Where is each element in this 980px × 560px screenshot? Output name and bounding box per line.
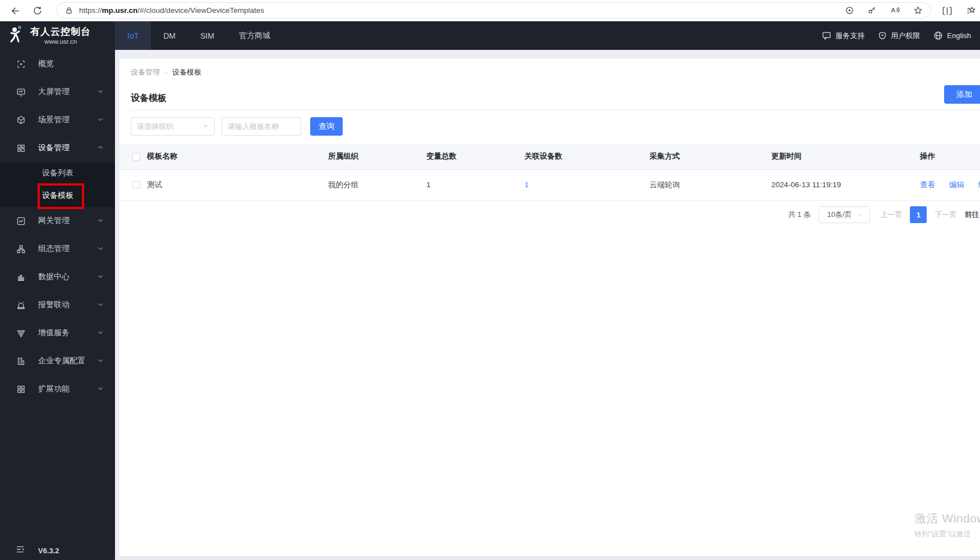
- col-header-variable-count: 变量总数: [426, 144, 524, 169]
- url-text[interactable]: https://mp.usr.cn/#/cloud/device/ViewDev…: [79, 6, 844, 15]
- globe-icon: [933, 31, 943, 40]
- lock-icon: [65, 6, 73, 15]
- add-button[interactable]: 添加: [944, 85, 980, 104]
- cell-linked-devices-link[interactable]: 1: [524, 181, 529, 189]
- sidebar-item-alarm-linkage[interactable]: 报警联动: [0, 291, 115, 319]
- chevron-down-icon: [97, 244, 104, 253]
- sidebar-item-configuration-management[interactable]: 组态管理: [0, 235, 115, 263]
- language-switch[interactable]: English: [933, 31, 971, 40]
- sidebar-item-value-added-services[interactable]: 增值服务: [0, 319, 115, 347]
- organization-select[interactable]: 请选择组织: [131, 117, 215, 136]
- sidebar: 概览 大屏管理 场景管理 设备管理: [0, 50, 115, 560]
- cell-update-time: 2024-06-13 11:19:19: [771, 169, 920, 200]
- chevron-down-icon: [97, 87, 104, 96]
- col-header-template-name: 模板名称: [147, 144, 328, 169]
- sidebar-item-extended-functions[interactable]: 扩展功能: [0, 375, 115, 403]
- chevron-down-icon: [97, 300, 104, 309]
- shield-icon: [878, 31, 887, 40]
- pagination: 共 1 条 10条/页 上一页 1 下一页 前往: [788, 206, 979, 224]
- main-area: 设备管理 › 设备模板 设备模板 添加 请选择组织 查询: [115, 50, 980, 560]
- select-all-checkbox[interactable]: [132, 153, 140, 161]
- col-header-organization: 所属组织: [328, 144, 426, 169]
- brand-subtitle: www.usr.cn: [44, 38, 77, 45]
- sidebar-item-device-management[interactable]: 设备管理: [0, 134, 115, 162]
- chevron-down-icon: [97, 216, 104, 225]
- browser-back-icon[interactable]: [8, 4, 21, 17]
- collections-icon[interactable]: [965, 4, 978, 17]
- favorite-star-icon[interactable]: [913, 4, 923, 17]
- tab-iot[interactable]: IoT: [115, 21, 151, 50]
- page-size-select[interactable]: 10条/页: [818, 206, 870, 223]
- tab-dm[interactable]: DM: [151, 21, 188, 50]
- sidebar-footer: V6.3.2: [0, 543, 115, 558]
- sidebar-item-overview[interactable]: 概览: [0, 50, 115, 78]
- content-card: 设备管理 › 设备模板 设备模板 添加 请选择组织 查询: [119, 59, 980, 556]
- tab-sim[interactable]: SIM: [188, 21, 227, 50]
- tab-official-mall[interactable]: 官方商城: [227, 21, 283, 50]
- location-icon[interactable]: [844, 4, 854, 17]
- sidebar-item-enterprise-config[interactable]: 企业专属配置: [0, 347, 115, 375]
- service-support[interactable]: 服务支持: [822, 31, 864, 41]
- template-name-input[interactable]: [222, 117, 301, 136]
- row-checkbox[interactable]: [132, 181, 140, 189]
- chevron-down-icon: [203, 122, 209, 131]
- cell-collection-method: 云端轮询: [650, 169, 771, 200]
- bar-chart-icon: [16, 272, 26, 282]
- product-tabs: IoT DM SIM 官方商城: [115, 21, 283, 50]
- table-header-row: 模板名称 所属组织 变量总数 关联设备数 采集方式 更新时间 操作: [119, 144, 980, 169]
- breadcrumb-device-management[interactable]: 设备管理: [131, 67, 160, 77]
- view-link[interactable]: 查看: [920, 181, 935, 189]
- brand-logo-icon: [7, 25, 26, 47]
- svg-text:A: A: [891, 7, 895, 13]
- configuration-icon: [16, 244, 26, 254]
- big-screen-icon: [16, 87, 26, 97]
- building-icon: [16, 356, 26, 366]
- filter-bar: 请选择组织 查询: [131, 117, 343, 136]
- chevron-down-icon: [97, 272, 104, 281]
- chat-icon: [822, 31, 831, 40]
- app-header: 有人云控制台 www.usr.cn IoT DM SIM 官方商城 服务支持 用…: [0, 21, 980, 50]
- address-bar[interactable]: https://mp.usr.cn/#/cloud/device/ViewDev…: [56, 2, 931, 18]
- chevron-up-icon: [97, 144, 104, 152]
- next-page-button[interactable]: 下一页: [935, 210, 956, 220]
- brand[interactable]: 有人云控制台 www.usr.cn: [0, 21, 115, 50]
- device-management-icon: [16, 143, 26, 153]
- divider: [131, 110, 980, 110]
- split-screen-icon[interactable]: [940, 4, 954, 17]
- sidebar-item-scene-management[interactable]: 场景管理: [0, 106, 115, 134]
- sidebar-subitem-device-templates[interactable]: 设备模板: [0, 184, 115, 207]
- cell-template-name: 测试: [147, 169, 328, 200]
- device-template-table: 模板名称 所属组织 变量总数 关联设备数 采集方式 更新时间 操作 测试 我的分…: [119, 144, 980, 201]
- password-key-icon[interactable]: [867, 4, 877, 17]
- prev-page-button[interactable]: 上一页: [880, 210, 902, 220]
- windows-activation-watermark: 激活 Windows 转到"设置"以激活: [914, 511, 980, 539]
- sidebar-item-gateway-management[interactable]: 网关管理: [0, 207, 115, 235]
- scene-cube-icon: [16, 115, 26, 125]
- pagination-total: 共 1 条: [788, 210, 811, 220]
- chevron-down-icon: [97, 328, 104, 337]
- horizontal-scrollbar-track[interactable]: [119, 556, 980, 560]
- edit-link[interactable]: 编辑: [949, 181, 964, 189]
- chevron-down-icon: [857, 211, 862, 219]
- user-permissions[interactable]: 用户权限: [878, 31, 920, 41]
- app-root: https://mp.usr.cn/#/cloud/device/ViewDev…: [0, 0, 980, 560]
- browser-refresh-icon[interactable]: [31, 4, 44, 17]
- browser-toolbar: https://mp.usr.cn/#/cloud/device/ViewDev…: [0, 0, 980, 21]
- page-title: 设备模板: [131, 92, 167, 104]
- sidebar-item-data-center[interactable]: 数据中心: [0, 263, 115, 291]
- col-header-collection-method: 采集方式: [650, 144, 771, 169]
- overview-icon: [16, 59, 26, 69]
- table-row: 测试 我的分组 1 1 云端轮询 2024-06-13 11:19:19 查看 …: [119, 169, 980, 200]
- alarm-icon: [16, 300, 26, 310]
- brand-title: 有人云控制台: [30, 26, 91, 38]
- grid-apps-icon: [16, 384, 26, 394]
- page-number-1[interactable]: 1: [910, 206, 927, 223]
- read-aloud-icon[interactable]: A: [889, 4, 900, 17]
- config-link[interactable]: 组: [978, 181, 980, 189]
- col-header-update-time: 更新时间: [771, 144, 920, 169]
- sidebar-subitem-device-list[interactable]: 设备列表: [0, 162, 115, 184]
- collapse-sidebar-icon[interactable]: [16, 545, 25, 556]
- col-header-actions: 操作: [920, 144, 980, 169]
- sidebar-item-screen-management[interactable]: 大屏管理: [0, 78, 115, 106]
- search-button[interactable]: 查询: [310, 117, 343, 136]
